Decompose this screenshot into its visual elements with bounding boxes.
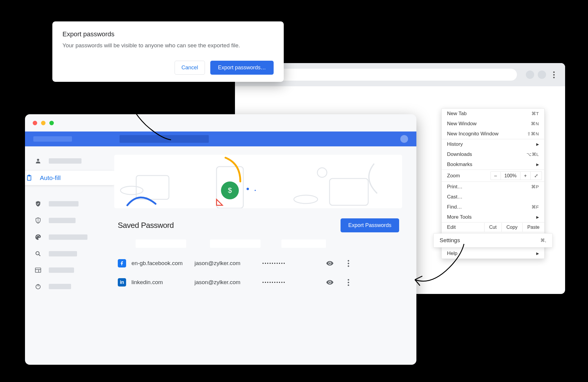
menu-zoom: Zoom – 100% + ⤢ xyxy=(442,170,544,181)
close-window-icon[interactable] xyxy=(33,121,37,125)
menu-label: New Tab xyxy=(447,111,467,117)
menu-label: Find… xyxy=(447,204,462,210)
window-controls xyxy=(33,121,54,125)
fullscreen-button[interactable]: ⤢ xyxy=(530,172,542,180)
sidebar-item-you[interactable] xyxy=(25,154,114,168)
table-row: en-gb.facebook.com jason@zylker.com ••••… xyxy=(118,254,399,273)
dialog-body: Your passwords will be visible to anyone… xyxy=(62,42,274,49)
svg-point-0 xyxy=(37,159,39,161)
sidebar-label-placeholder xyxy=(49,201,79,206)
facebook-icon xyxy=(118,259,126,267)
site-url[interactable]: en-gb.facebook.com xyxy=(131,260,183,267)
username: jason@zylker.com xyxy=(195,260,256,267)
menu-shortcut: ⌘P xyxy=(531,184,539,190)
menu-help[interactable]: Help ▶ xyxy=(442,248,544,259)
table-header-row xyxy=(118,239,399,248)
linkedin-icon: in xyxy=(118,278,126,286)
person-icon xyxy=(34,158,42,164)
menu-new-tab[interactable]: New Tab ⌘T xyxy=(442,109,544,119)
menu-settings[interactable]: Settings ⌘, xyxy=(433,233,553,248)
browser-menu: New Tab ⌘T New Window ⌘N New Incognito W… xyxy=(441,108,545,259)
maximize-window-icon[interactable] xyxy=(49,121,54,125)
sidebar-item-autofill[interactable]: Auto-fill xyxy=(25,171,114,185)
menu-print[interactable]: Print… ⌘P xyxy=(442,182,544,192)
menu-new-window[interactable]: New Window ⌘N xyxy=(442,119,544,129)
browser-toolbar xyxy=(235,63,565,86)
sidebar-item-privacy[interactable] xyxy=(25,214,114,227)
header-avatar[interactable] xyxy=(400,135,408,143)
show-password-icon[interactable] xyxy=(322,259,338,267)
palette-icon xyxy=(34,234,42,240)
edit-copy[interactable]: Copy xyxy=(501,223,522,232)
settings-content: $ Saved Password Export Passwords xyxy=(114,146,416,365)
menu-shortcut: ⌥⌘L xyxy=(526,152,539,157)
sidebar-label-placeholder xyxy=(49,251,77,256)
menu-label: Print… xyxy=(447,184,462,190)
svg-rect-16 xyxy=(330,179,368,205)
dialog-title: Export passwords xyxy=(62,30,274,38)
clipboard-icon xyxy=(25,174,33,181)
menu-downloads[interactable]: Downloads ⌥⌘L xyxy=(442,149,544,159)
menu-more-tools[interactable]: More Tools ▶ xyxy=(442,212,544,222)
sidebar-item-search[interactable] xyxy=(25,247,114,261)
menu-label: Settings xyxy=(440,237,460,244)
menu-shortcut: ⇧⌘N xyxy=(527,131,539,137)
menu-label: New Window xyxy=(447,121,476,127)
username: jason@zylker.com xyxy=(195,279,256,286)
profile-avatar[interactable] xyxy=(526,71,534,79)
row-more-icon[interactable] xyxy=(344,260,353,267)
menu-new-incognito[interactable]: New Incognito Window ⇧⌘N xyxy=(442,129,544,139)
table-row: in linkedin.com jason@zylker.com •••••••… xyxy=(118,273,399,292)
svg-rect-8 xyxy=(136,176,169,199)
menu-label: Help xyxy=(447,251,457,256)
saved-password-heading: Saved Password xyxy=(118,221,174,230)
sidebar-label: Auto-fill xyxy=(40,174,61,181)
menu-edit: Edit Cut Copy Paste xyxy=(442,223,544,232)
svg-point-9 xyxy=(120,186,143,195)
sidebar-label-placeholder xyxy=(49,267,74,273)
shield-icon xyxy=(34,217,42,224)
menu-find[interactable]: Find… ⌘F xyxy=(442,202,544,212)
column-header-placeholder xyxy=(136,239,186,248)
svg-point-13 xyxy=(247,188,249,190)
menu-label: History xyxy=(447,141,463,147)
site-url[interactable]: linkedin.com xyxy=(131,279,163,286)
sidebar-item-onstartup[interactable] xyxy=(25,280,114,293)
header-placeholder xyxy=(120,135,209,143)
sidebar-item-default[interactable] xyxy=(25,264,114,277)
sidebar-item-safety[interactable] xyxy=(25,197,114,211)
power-icon xyxy=(34,283,42,290)
edit-paste[interactable]: Paste xyxy=(522,223,544,232)
menu-history[interactable]: History ▶ xyxy=(442,139,544,149)
browser-menu-icon[interactable] xyxy=(550,71,558,78)
password-masked: •••••••••• xyxy=(262,280,316,285)
zoom-out-button[interactable]: – xyxy=(491,172,501,180)
export-confirm-button[interactable]: Export passwords… xyxy=(210,61,274,75)
menu-cast[interactable]: Cast… xyxy=(442,192,544,202)
row-more-icon[interactable] xyxy=(344,279,353,286)
sidebar-label-placeholder xyxy=(49,234,87,240)
show-password-icon[interactable] xyxy=(322,278,338,286)
menu-shortcut: ⌘F xyxy=(531,204,539,210)
minimize-window-icon[interactable] xyxy=(41,121,46,125)
menu-label: New Incognito Window xyxy=(447,131,498,137)
column-header-placeholder xyxy=(210,239,261,248)
menu-shortcut: ⌘T xyxy=(531,111,539,116)
export-passwords-button[interactable]: Export Passwords xyxy=(341,218,399,232)
sidebar-label-placeholder xyxy=(49,284,71,289)
profile-avatar-2[interactable] xyxy=(538,71,546,79)
svg-text:$: $ xyxy=(228,186,232,194)
svg-point-17 xyxy=(294,195,318,203)
password-table: en-gb.facebook.com jason@zylker.com ••••… xyxy=(114,239,402,292)
chevron-right-icon: ▶ xyxy=(536,162,539,167)
edit-cut[interactable]: Cut xyxy=(484,223,501,232)
sidebar-item-appearance[interactable] xyxy=(25,230,114,244)
menu-bookmarks[interactable]: Bookmarks ▶ xyxy=(442,159,544,170)
zoom-value: 100% xyxy=(501,172,520,180)
zoom-in-button[interactable]: + xyxy=(520,172,530,180)
chevron-right-icon: ▶ xyxy=(536,251,539,256)
chevron-right-icon: ▶ xyxy=(536,215,539,219)
window-icon xyxy=(34,267,42,273)
cancel-button[interactable]: Cancel xyxy=(175,61,205,75)
chevron-right-icon: ▶ xyxy=(536,142,539,146)
